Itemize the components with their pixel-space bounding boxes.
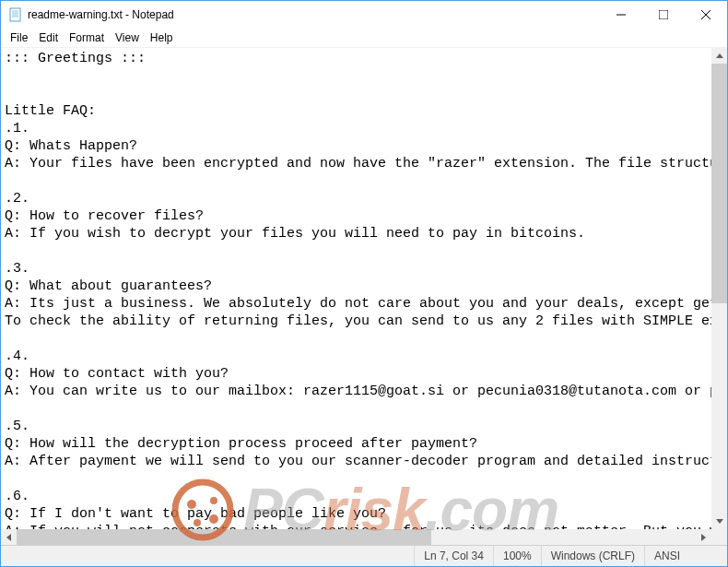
close-button[interactable]	[685, 1, 727, 29]
menu-format[interactable]: Format	[64, 30, 110, 45]
menu-file[interactable]: File	[5, 30, 33, 45]
status-zoom: 100%	[493, 546, 541, 566]
scroll-down-button[interactable]	[711, 514, 727, 529]
menu-bar: File Edit Format View Help	[1, 29, 727, 47]
editor-area: ::: Greetings ::: Little FAQ: .1. Q: Wha…	[1, 47, 727, 545]
status-bar: Ln 7, Col 34 100% Windows (CRLF) ANSI	[1, 545, 727, 566]
notepad-icon	[8, 7, 23, 22]
status-eol: Windows (CRLF)	[541, 546, 644, 566]
horizontal-scroll-track[interactable]	[17, 529, 696, 545]
svg-rect-6	[659, 10, 668, 19]
maximize-button[interactable]	[642, 1, 685, 29]
vertical-scrollbar[interactable]	[711, 48, 727, 529]
scroll-left-button[interactable]	[1, 529, 17, 545]
status-position: Ln 7, Col 34	[414, 546, 493, 566]
text-content[interactable]: ::: Greetings ::: Little FAQ: .1. Q: Wha…	[1, 48, 711, 545]
horizontal-scrollbar[interactable]	[1, 529, 711, 545]
scroll-right-button[interactable]	[696, 529, 711, 545]
scroll-corner	[711, 529, 727, 545]
svg-marker-12	[701, 534, 706, 541]
window-controls	[600, 1, 727, 29]
horizontal-scroll-thumb[interactable]	[17, 529, 431, 545]
svg-marker-9	[716, 53, 723, 58]
svg-marker-11	[6, 534, 11, 541]
scroll-up-button[interactable]	[711, 48, 727, 64]
window-title: readme-warning.txt - Notepad	[28, 8, 600, 21]
menu-edit[interactable]: Edit	[33, 30, 64, 45]
menu-help[interactable]: Help	[145, 30, 179, 45]
status-encoding: ANSI	[644, 546, 727, 566]
svg-marker-10	[716, 519, 723, 524]
vertical-scroll-thumb[interactable]	[711, 64, 727, 303]
menu-view[interactable]: View	[110, 30, 145, 45]
minimize-button[interactable]	[600, 1, 642, 29]
notepad-window: readme-warning.txt - Notepad File Edit F…	[0, 0, 728, 567]
title-bar[interactable]: readme-warning.txt - Notepad	[1, 1, 727, 29]
vertical-scroll-track[interactable]	[711, 64, 727, 514]
